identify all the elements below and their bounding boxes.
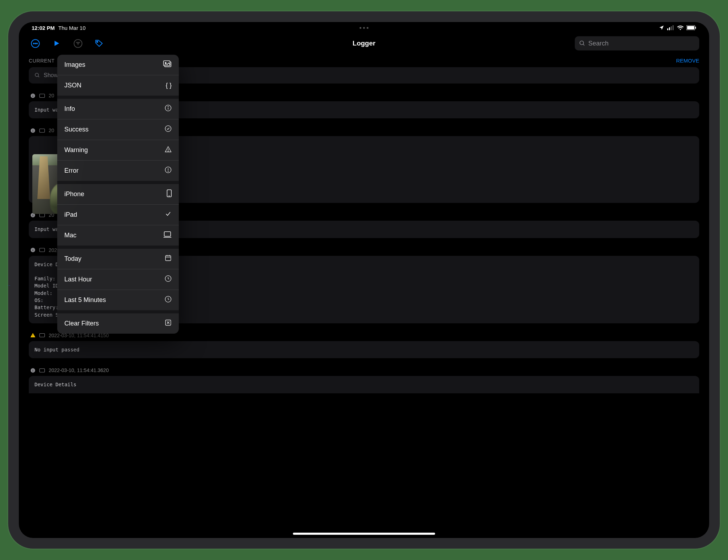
log-body[interactable]: No input passed (29, 341, 699, 358)
svg-point-18 (35, 73, 38, 76)
menu-label: Images (64, 61, 85, 69)
menu-item-ipad[interactable]: iPad (57, 205, 179, 225)
menu-item-images[interactable]: Images (57, 55, 179, 75)
device-icon (39, 368, 45, 373)
menu-label: Success (64, 126, 89, 133)
menu-label: JSON (64, 82, 81, 89)
svg-rect-40 (164, 232, 171, 236)
search-input[interactable]: Search (575, 36, 699, 50)
wifi-icon (677, 25, 684, 30)
menu-item-info[interactable]: Info (57, 99, 179, 119)
info-icon (30, 368, 36, 373)
log-entry: 2022-03-10, 11:54:41.3620 Device Details (29, 367, 699, 393)
play-button[interactable] (52, 38, 61, 48)
svg-rect-42 (166, 255, 171, 260)
tag-button[interactable] (94, 38, 104, 48)
menu-label: Last Hour (64, 276, 92, 283)
menu-item-today[interactable]: Today (57, 249, 179, 269)
log-entry: 2022-03-10, 11:54:41.4150 No input passe… (29, 333, 699, 358)
svg-rect-0 (667, 28, 668, 30)
svg-rect-25 (39, 368, 44, 372)
menu-label: iPhone (64, 190, 84, 198)
toolbar: Logger Search (19, 32, 709, 55)
clock-icon (165, 296, 172, 305)
device-icon (39, 333, 45, 338)
status-time: 12:02 PM (32, 25, 55, 31)
log-timestamp: 20 (49, 128, 54, 133)
search-icon (34, 72, 40, 78)
svg-point-34 (168, 151, 168, 151)
more-button[interactable] (30, 38, 40, 48)
svg-rect-5 (687, 26, 694, 29)
menu-label: Last 5 Minutes (64, 296, 106, 304)
device-icon (39, 248, 45, 252)
content-area: CURRENT REMOVE Showing 20 Input wa (19, 55, 709, 538)
svg-line-19 (38, 76, 39, 77)
svg-point-32 (165, 126, 171, 132)
hardware-side-indicator: : (8, 285, 11, 296)
svg-rect-2 (671, 26, 672, 30)
remove-filters-button[interactable]: REMOVE (676, 58, 699, 64)
svg-point-8 (33, 43, 34, 44)
page-title: Logger (353, 39, 375, 47)
home-indicator[interactable] (293, 533, 435, 535)
braces-icon: { } (166, 82, 172, 89)
mac-icon (163, 231, 172, 240)
log-body[interactable]: Device Details (29, 376, 699, 393)
menu-label: Info (64, 105, 75, 113)
menu-item-clear-filters[interactable]: Clear Filters (57, 313, 179, 334)
current-filters-label: CURRENT (29, 58, 55, 64)
menu-item-last-5-minutes[interactable]: Last 5 Minutes (57, 290, 179, 310)
menu-item-error[interactable]: Error (57, 161, 179, 181)
clock-icon (165, 275, 172, 284)
checkmark-icon (165, 210, 172, 219)
calendar-icon (165, 254, 172, 263)
svg-point-15 (97, 41, 98, 42)
menu-item-success[interactable]: Success (57, 119, 179, 140)
filter-menu: Images JSON { } Info (57, 55, 179, 334)
search-icon (579, 40, 585, 47)
menu-item-last-hour[interactable]: Last Hour (57, 269, 179, 290)
svg-rect-20 (39, 94, 44, 97)
check-circle-icon (165, 125, 172, 134)
svg-rect-6 (695, 27, 696, 29)
info-icon (30, 128, 36, 133)
warning-triangle-icon (165, 146, 172, 155)
status-date: Thu Mar 10 (58, 25, 86, 31)
images-icon (163, 60, 172, 69)
log-timestamp: 2022-03-10, 11:54:41.3620 (49, 367, 109, 373)
location-icon (659, 25, 664, 31)
info-icon (165, 104, 172, 113)
svg-rect-23 (39, 248, 44, 252)
menu-item-mac[interactable]: Mac (57, 225, 179, 246)
svg-point-10 (36, 43, 37, 44)
svg-rect-21 (39, 129, 44, 132)
iphone-icon (167, 189, 172, 199)
menu-label: Today (64, 255, 81, 263)
svg-point-16 (580, 41, 584, 45)
info-icon (30, 93, 36, 98)
battery-icon (686, 25, 696, 30)
menu-label: iPad (64, 211, 77, 219)
svg-point-37 (168, 171, 168, 171)
filter-button[interactable] (73, 38, 83, 48)
menu-label: Mac (64, 232, 76, 239)
clear-icon (165, 319, 172, 328)
error-circle-icon (165, 166, 172, 175)
info-icon (30, 247, 36, 253)
multitask-grabber[interactable] (360, 27, 369, 29)
warning-icon (30, 333, 36, 338)
svg-rect-24 (39, 334, 44, 337)
menu-item-iphone[interactable]: iPhone (57, 184, 179, 204)
cellular-icon (667, 25, 674, 30)
device-icon (39, 93, 45, 98)
svg-rect-1 (669, 27, 670, 30)
screen: 12:02 PM Thu Mar 10 (19, 22, 709, 538)
svg-line-17 (583, 44, 584, 45)
svg-rect-3 (673, 25, 674, 30)
menu-item-warning[interactable]: Warning (57, 140, 179, 160)
menu-item-json[interactable]: JSON { } (57, 75, 179, 96)
svg-point-9 (35, 43, 36, 44)
menu-label: Clear Filters (64, 320, 99, 327)
menu-label: Error (64, 167, 79, 174)
